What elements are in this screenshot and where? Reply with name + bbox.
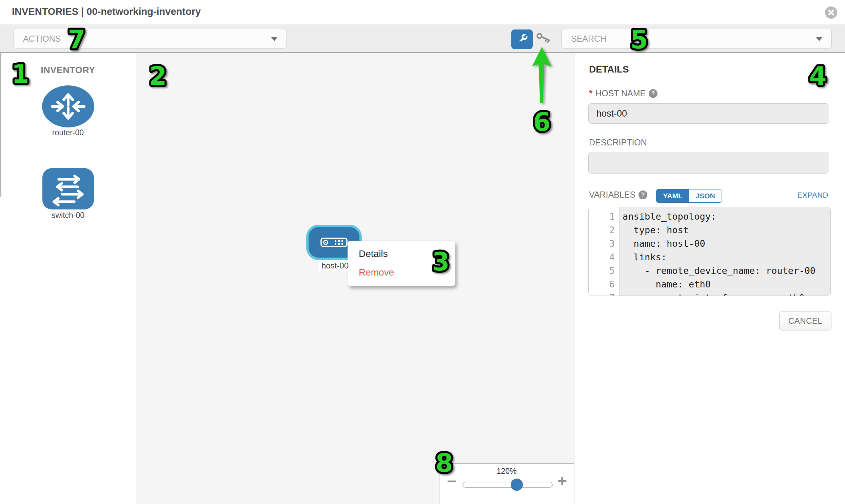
details-panel: DETAILS * HOST NAME ? DESCRIPTION VARIAB… [575,53,845,504]
chevron-down-icon [271,37,278,41]
wrench-icon [516,33,529,46]
variables-format-toggle: YAML JSON [656,189,722,203]
search-input-placeholder: SEARCH [571,34,606,44]
cancel-button[interactable]: CANCEL [779,311,831,330]
line-number: 3 [589,237,619,251]
variables-field-row: VARIABLES ? [589,190,647,200]
line-number: 7 [589,291,619,296]
line-number: 1 [589,210,619,223]
zoom-in-button[interactable]: + [558,473,567,489]
line-number: 4 [589,251,619,264]
host-node-label: host-00 [318,260,352,271]
menu-item-details[interactable]: Details [348,245,455,263]
chevron-down-icon [816,37,823,41]
variables-code-editor[interactable]: 1 2 3 4 5 6 7 ansible_topology: type: ho… [588,207,831,296]
palette-item-router[interactable] [0,85,136,127]
line-number: 6 [589,277,619,291]
node-context-menu: Details Remove [348,241,455,286]
actions-dropdown-label: ACTIONS [23,34,61,44]
code-line: remote_interface_name: eth0 [622,291,830,296]
code-line: name: eth0 [622,277,830,291]
zoom-out-button[interactable]: − [447,473,456,489]
key-icon [536,31,554,48]
host-server-icon [320,238,348,247]
menu-item-remove[interactable]: Remove [348,263,455,282]
inventory-sidebar: INVENTORY router-00 [0,53,136,504]
toggle-yaml[interactable]: YAML [656,190,689,202]
code-line: links: [622,251,830,264]
zoom-slider-thumb[interactable] [511,479,523,491]
toggle-json[interactable]: JSON [689,190,722,202]
code-line: ansible_topology: [622,210,830,223]
help-icon[interactable]: ? [638,191,647,199]
line-number: 2 [589,223,619,237]
variables-label: VARIABLES [589,190,635,200]
close-icon [828,9,834,16]
palette-item-switch-label: switch-00 [0,211,136,220]
router-icon [42,85,94,127]
topology-toolbar: ACTIONS [0,24,845,53]
zoom-level-readout: 120% [439,467,574,476]
code-editor-gutter: 1 2 3 4 5 6 7 [589,207,619,295]
host-name-label: HOST NAME [595,88,646,98]
code-line: - remote_device_name: router-00 [622,264,830,277]
switch-icon [42,168,94,210]
description-input[interactable] [588,152,829,174]
zoom-control: 120% − + [439,463,574,504]
code-editor-content[interactable]: ansible_topology: type: host name: host-… [619,207,830,295]
host-name-field-row: * HOST NAME ? [589,88,657,98]
page-title: INVENTORIES | 00-networking-inventory [12,6,201,17]
expand-link[interactable]: EXPAND [797,191,828,200]
line-number: 5 [589,264,619,277]
zoom-slider-track[interactable] [462,482,553,488]
help-icon[interactable]: ? [649,89,657,98]
host-name-input[interactable] [588,103,829,124]
code-line: type: host [622,223,830,237]
actions-dropdown[interactable]: ACTIONS [14,29,287,49]
toolbox-button[interactable] [511,30,533,49]
palette-item-switch[interactable] [0,168,136,210]
palette-item-router-label: router-00 [0,128,136,137]
details-heading: DETAILS [589,64,629,75]
description-label: DESCRIPTION [589,138,647,147]
inventory-heading: INVENTORY [0,65,136,76]
search-dropdown[interactable]: SEARCH [562,29,832,49]
code-line: name: host-00 [622,237,830,251]
header-bar: INVENTORIES | 00-networking-inventory [0,0,845,24]
description-field-row: DESCRIPTION [589,138,647,147]
close-button[interactable] [825,6,837,19]
inventories-topology-screen: INVENTORIES | 00-networking-inventory AC… [0,0,845,504]
topology-canvas[interactable]: host-00 Details Remove 120% − + [136,53,575,504]
credentials-key-button[interactable] [536,31,554,50]
required-asterisk: * [589,88,592,98]
